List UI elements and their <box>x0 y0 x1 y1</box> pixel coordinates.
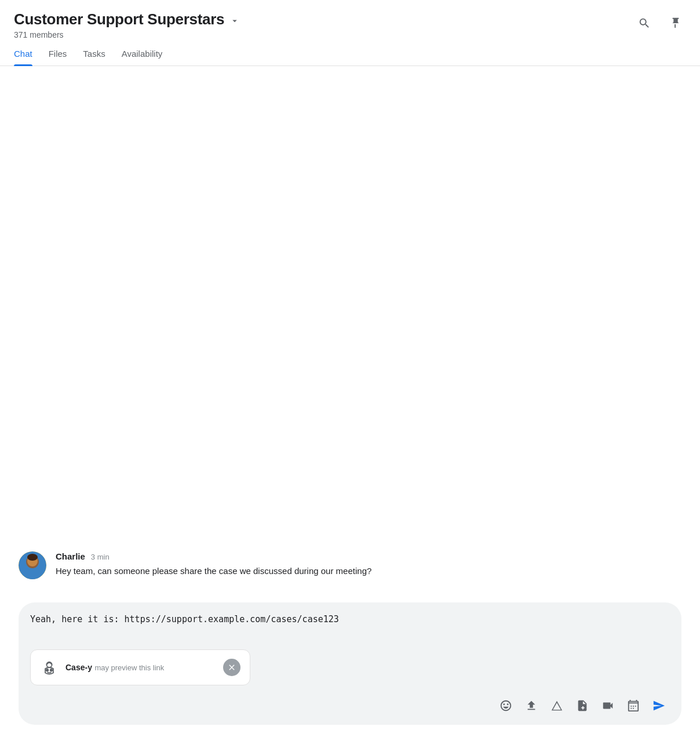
header: Customer Support Superstars 371 members <box>0 0 700 39</box>
drive-button[interactable] <box>546 695 568 717</box>
tab-availability[interactable]: Availability <box>122 49 163 66</box>
tab-chat[interactable]: Chat <box>14 49 32 66</box>
members-count: 371 members <box>14 30 240 39</box>
message-item: Charlie 3 min Hey team, can someone plea… <box>19 551 681 579</box>
link-preview-subtext: may preview this link <box>94 663 164 672</box>
search-button[interactable] <box>634 13 655 34</box>
create-document-button[interactable] <box>571 695 593 717</box>
group-title: Customer Support Superstars <box>14 10 224 28</box>
message-meta: Charlie 3 min <box>56 551 371 561</box>
svg-point-6 <box>46 669 49 671</box>
tab-tasks[interactable]: Tasks <box>83 49 105 66</box>
upload-button[interactable] <box>520 695 542 717</box>
group-title-row: Customer Support Superstars <box>14 10 240 28</box>
svg-point-3 <box>27 554 38 561</box>
chat-area: Charlie 3 min Hey team, can someone plea… <box>0 66 700 602</box>
link-preview-card: Case-y may preview this link <box>30 649 250 685</box>
svg-point-7 <box>50 669 53 671</box>
compose-area: Yeah, here it is: https://support.exampl… <box>19 602 681 725</box>
tabs-bar: Chat Files Tasks Availability <box>0 42 700 66</box>
compose-toolbar <box>30 692 670 717</box>
video-button[interactable] <box>597 695 619 717</box>
link-preview-icon <box>40 658 59 677</box>
avatar <box>19 551 46 579</box>
send-button[interactable] <box>648 695 670 717</box>
message-time: 3 min <box>91 553 110 561</box>
link-preview-name: Case-y <box>65 663 92 672</box>
tab-files[interactable]: Files <box>49 49 67 66</box>
link-preview-close-button[interactable] <box>223 659 240 676</box>
pin-button[interactable] <box>665 13 686 34</box>
group-dropdown-button[interactable] <box>229 15 240 27</box>
message-author: Charlie <box>56 551 85 561</box>
calendar-button[interactable] <box>622 695 644 717</box>
message-text: Hey team, can someone please share the c… <box>56 565 371 578</box>
emoji-button[interactable] <box>495 695 517 717</box>
message-content: Charlie 3 min Hey team, can someone plea… <box>56 551 371 578</box>
link-preview-text: Case-y may preview this link <box>65 662 216 673</box>
compose-input[interactable]: Yeah, here it is: https://support.exampl… <box>30 613 670 639</box>
header-actions <box>634 10 686 34</box>
header-left: Customer Support Superstars 371 members <box>14 10 240 39</box>
